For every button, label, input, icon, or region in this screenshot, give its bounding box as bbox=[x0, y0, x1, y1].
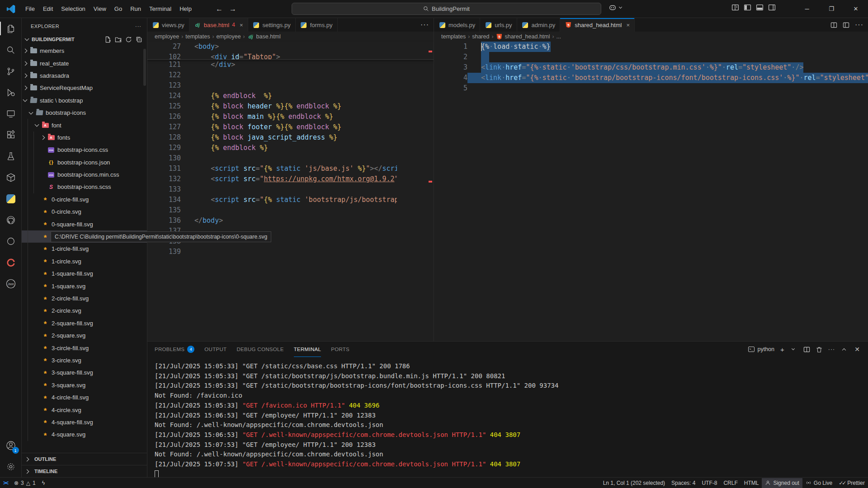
more-actions-icon[interactable]: ··· bbox=[855, 21, 863, 29]
terminal-output[interactable]: [21/Jul/2025 15:05:33] "GET /static/css/… bbox=[155, 361, 863, 475]
customize-layout-icon[interactable] bbox=[731, 4, 739, 11]
activity-item-packages[interactable] bbox=[0, 167, 22, 188]
breadcrumb-item[interactable]: employee bbox=[155, 33, 179, 40]
project-section-header[interactable]: BUILDINGPERMIT bbox=[22, 34, 147, 45]
activity-item-github[interactable] bbox=[0, 209, 22, 230]
tree-folder-fonts[interactable]: Afonts bbox=[22, 131, 147, 144]
panel-tab-problems[interactable]: PROBLEMS4 bbox=[155, 342, 194, 357]
tree-folder-real-estate[interactable]: real_estate bbox=[22, 57, 147, 69]
menu-edit[interactable]: Edit bbox=[39, 3, 57, 15]
tree-file-3-circle-fill-svg[interactable]: *3-circle-fill.svg bbox=[22, 342, 147, 354]
tree-file-bootstrap-icons-css[interactable]: cssbootstrap-icons.css bbox=[22, 144, 147, 156]
status-cursor-position[interactable]: Ln 1, Col 1 (202 selected) bbox=[600, 478, 668, 488]
breadcrumb-item[interactable]: 5shared_head.html bbox=[495, 33, 550, 40]
menu-go[interactable]: Go bbox=[110, 3, 126, 15]
code-editor-base-html[interactable]: 27<body>102 <div id="Tabtop"> 121 </div>… bbox=[147, 42, 434, 341]
menu-file[interactable]: File bbox=[21, 3, 39, 15]
tree-file-4-circle-fill-svg[interactable]: *4-circle-fill.svg bbox=[22, 391, 147, 404]
breadcrumb-item[interactable]: employee bbox=[216, 33, 241, 40]
status-eol[interactable]: CRLF bbox=[720, 478, 741, 488]
tree-file-bootstrap-icons-scss[interactable]: Sbootstrap-icons.scss bbox=[22, 181, 147, 193]
breadcrumb-item[interactable]: templates bbox=[441, 33, 466, 40]
menu-terminal[interactable]: Terminal bbox=[145, 3, 175, 15]
activity-item-accounts[interactable]: 1 bbox=[0, 435, 22, 456]
tree-file-0-circle-fill-svg[interactable]: *0-circle-fill.svg bbox=[22, 193, 147, 206]
tree-file-1-square-fill-svg[interactable]: *1-square-fill.svg bbox=[22, 267, 147, 280]
tree-folder-static-bootstrap[interactable]: static \ bootstrap bbox=[22, 94, 147, 107]
breadcrumb-item[interactable]: djbase.html bbox=[247, 33, 281, 40]
panel-more-actions-icon[interactable]: ··· bbox=[828, 346, 835, 352]
activity-item-python[interactable] bbox=[0, 188, 22, 209]
new-folder-icon[interactable] bbox=[115, 36, 122, 43]
breadcrumb-left[interactable]: employee›templates›employee›djbase.html bbox=[147, 32, 281, 42]
terminal-profile-button[interactable]: >_ python bbox=[748, 346, 774, 352]
activity-item-extensions[interactable] bbox=[0, 124, 22, 145]
tab-urls-py[interactable]: urls.py bbox=[480, 18, 517, 32]
activity-item-explorer[interactable] bbox=[0, 18, 22, 39]
chevron-down-icon[interactable] bbox=[792, 347, 795, 350]
tree-file-0-square-fill-svg[interactable]: *0-square-fill.svg bbox=[22, 218, 147, 230]
tree-file-2-circle-svg[interactable]: *2-circle.svg bbox=[22, 305, 147, 317]
code-editor-shared-head-html[interactable]: 1{%·load·static·%}2 3<link·href="{%·stat… bbox=[434, 42, 868, 341]
close-icon[interactable]: × bbox=[240, 22, 243, 28]
status-problems-summary[interactable]: ⊗3△1 bbox=[11, 478, 39, 488]
panel-tab-output[interactable]: OUTPUT bbox=[204, 342, 226, 357]
nav-back-icon[interactable]: ← bbox=[216, 5, 223, 13]
close-button[interactable]: ✕ bbox=[844, 0, 868, 18]
tree-folder-members[interactable]: members bbox=[22, 45, 147, 57]
split-editor-icon[interactable] bbox=[830, 22, 837, 28]
tab-shared-head-html[interactable]: 5shared_head.html× bbox=[560, 18, 635, 32]
new-file-icon[interactable] bbox=[104, 36, 111, 43]
breadcrumb-item[interactable]: ... bbox=[557, 33, 561, 40]
tree-folder-servicerequestmap[interactable]: ServiceRequestMap bbox=[22, 82, 147, 94]
tab-models-py[interactable]: models.py bbox=[434, 18, 480, 32]
editor-layout-icon[interactable] bbox=[843, 22, 849, 28]
activity-item-search[interactable] bbox=[0, 39, 22, 61]
activity-item-run-debug[interactable] bbox=[0, 82, 22, 103]
command-center-search[interactable]: BuildingPermit bbox=[292, 3, 601, 15]
status-encoding[interactable]: UTF-8 bbox=[698, 478, 720, 488]
menu-run[interactable]: Run bbox=[126, 3, 145, 15]
tab-admin-py[interactable]: admin.py bbox=[517, 18, 561, 32]
tree-file-3-circle-svg[interactable]: *3-circle.svg bbox=[22, 354, 147, 366]
new-terminal-icon[interactable]: + bbox=[780, 346, 784, 353]
activity-item-testing[interactable] bbox=[0, 145, 22, 167]
menu-selection[interactable]: Selection bbox=[57, 3, 89, 15]
activity-item-remote-explorer[interactable] bbox=[0, 103, 22, 124]
activity-item-json-viewer[interactable]: Json bbox=[0, 273, 22, 294]
tree-file-bootstrap-icons-json[interactable]: { }bootstrap-icons.json bbox=[22, 156, 147, 169]
tree-folder-sadrasadra[interactable]: sadrasadra bbox=[22, 70, 147, 82]
panel-tab-terminal[interactable]: TERMINAL bbox=[294, 342, 321, 357]
status-accounts-signed-out[interactable]: Signed out bbox=[762, 478, 802, 488]
close-icon[interactable]: × bbox=[626, 22, 630, 28]
close-panel-icon[interactable]: ✕ bbox=[854, 346, 860, 353]
refresh-icon[interactable] bbox=[125, 36, 132, 43]
tree-file-4-square-fill-svg[interactable]: *4-square-fill.svg bbox=[22, 416, 147, 428]
tree-file-4-square-svg[interactable]: *4-square.svg bbox=[22, 428, 147, 441]
status-remote-indicator[interactable]: >< bbox=[0, 478, 11, 488]
section-timeline[interactable]: TIMELINE bbox=[22, 465, 147, 477]
split-terminal-icon[interactable] bbox=[803, 346, 810, 353]
tab-base-html[interactable]: djbase.html4× bbox=[189, 18, 248, 32]
status-indentation[interactable]: Spaces: 4 bbox=[668, 478, 698, 488]
tree-file-3-square-svg[interactable]: *3-square.svg bbox=[22, 379, 147, 391]
activity-item-jupyter[interactable] bbox=[0, 252, 22, 273]
tree-file-4-circle-svg[interactable]: *4-circle.svg bbox=[22, 404, 147, 416]
kill-terminal-icon[interactable] bbox=[816, 346, 822, 353]
toggle-panel-icon[interactable] bbox=[756, 4, 764, 11]
tree-file-0-circle-svg[interactable]: *0-circle.svg bbox=[22, 206, 147, 218]
tree-file-1-circle-svg[interactable]: *1-circle.svg bbox=[22, 255, 147, 267]
tree-folder-bootstrap-icons[interactable]: bootstrap-icons bbox=[22, 107, 147, 119]
status-go-live[interactable]: Go Live bbox=[802, 478, 835, 488]
restore-button[interactable]: ❐ bbox=[819, 0, 844, 18]
sidebar-scrollbar[interactable] bbox=[143, 49, 146, 86]
breadcrumb-item[interactable]: templates bbox=[185, 33, 210, 40]
maximize-panel-icon[interactable] bbox=[842, 348, 846, 352]
status-prettier[interactable]: ✓✓Prettier bbox=[835, 478, 868, 488]
explorer-more-actions-icon[interactable]: ··· bbox=[135, 23, 142, 29]
section-outline[interactable]: OUTLINE bbox=[22, 453, 147, 465]
copilot-button[interactable] bbox=[609, 4, 625, 12]
tab-forms-py[interactable]: forms.py bbox=[296, 18, 338, 32]
tree-file-bootstrap-icons-min-css[interactable]: cssbootstrap-icons.min.css bbox=[22, 169, 147, 181]
tree-folder-font[interactable]: Afont bbox=[22, 119, 147, 131]
